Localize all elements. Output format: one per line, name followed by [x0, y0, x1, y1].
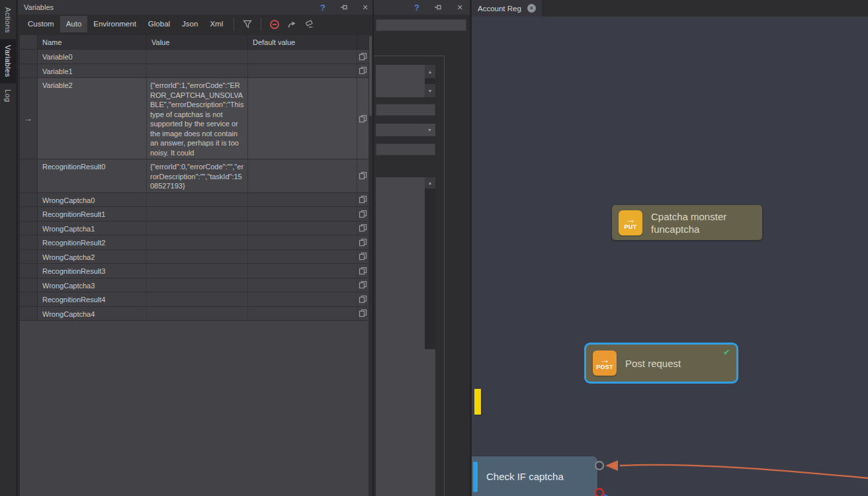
remove-variable-icon[interactable] [267, 17, 282, 32]
tab-xml[interactable]: Xml [204, 16, 229, 32]
variable-value-cell[interactable] [147, 278, 248, 292]
copy-icon[interactable] [357, 235, 369, 249]
variable-value-cell[interactable] [147, 235, 248, 249]
copy-icon[interactable] [357, 264, 369, 278]
variable-value-cell[interactable] [147, 307, 248, 321]
variable-name-cell[interactable]: WrongCaptcha4 [38, 307, 147, 321]
variable-name-cell[interactable]: Variable1 [38, 64, 147, 78]
variable-name-cell[interactable]: RecognitionResult1 [38, 207, 147, 221]
inspector-text-field[interactable] [376, 104, 435, 116]
tab-auto[interactable]: Auto [60, 16, 88, 32]
table-row[interactable]: RecognitionResult3 [20, 264, 369, 278]
variable-name-cell[interactable]: WrongCaptcha1 [38, 222, 147, 235]
copy-icon[interactable] [357, 222, 369, 235]
variable-name-cell[interactable]: WrongCaptcha2 [38, 250, 147, 264]
variable-default-cell[interactable] [248, 159, 357, 192]
table-row[interactable]: Variable1 [20, 64, 369, 79]
help-icon[interactable]: ? [411, 1, 423, 13]
table-row[interactable]: WrongCaptcha4 [20, 307, 369, 321]
variable-name-cell[interactable]: Variable0 [38, 50, 147, 63]
variable-value-cell[interactable]: {"errorId":1,"errorCode":"ERROR_CAPTCHA_… [147, 78, 248, 159]
variable-value-cell[interactable] [147, 50, 248, 63]
yellow-marker[interactable] [474, 389, 481, 415]
spinner-value-field[interactable] [376, 65, 425, 97]
variable-default-cell[interactable] [248, 250, 357, 264]
variable-default-cell[interactable] [248, 292, 357, 306]
copy-icon[interactable] [357, 50, 369, 63]
variable-value-cell[interactable] [147, 250, 248, 264]
filter-icon[interactable] [240, 17, 255, 32]
table-row[interactable]: RecognitionResult0{"errorId":0,"errorCod… [20, 159, 369, 193]
node-post-request[interactable]: → POST Post request ✔ [584, 343, 738, 384]
close-icon[interactable]: ✕ [359, 1, 371, 13]
flowchart-canvas[interactable]: → PUT Cpatcha monster funcaptcha → POST … [472, 17, 868, 496]
table-row[interactable]: WrongCaptcha2 [20, 250, 369, 265]
variable-default-cell[interactable] [248, 207, 357, 221]
variable-name-cell[interactable]: RecognitionResult4 [38, 292, 147, 306]
spinner-up-icon[interactable]: ▲ [425, 65, 435, 78]
variable-default-cell[interactable] [248, 222, 357, 235]
variable-default-cell[interactable] [248, 235, 357, 249]
table-row[interactable]: RecognitionResult1 [20, 207, 369, 222]
tab-json[interactable]: Json [176, 16, 204, 32]
variable-value-cell[interactable] [147, 292, 248, 306]
variable-default-cell[interactable] [248, 278, 357, 292]
sidebar-tab-actions[interactable]: Actions [0, 1, 16, 39]
variable-value-cell[interactable] [147, 264, 248, 278]
table-row[interactable]: Variable0 [20, 50, 369, 64]
copy-icon[interactable] [357, 193, 369, 207]
variable-value-cell[interactable] [147, 193, 248, 207]
variable-default-cell[interactable] [248, 78, 357, 159]
sidebar-tab-log[interactable]: Log [0, 83, 16, 108]
inspector-dropdown[interactable]: ▼ [376, 124, 435, 136]
table-row[interactable]: WrongCaptcha3 [20, 278, 369, 293]
inspector-text-field[interactable] [376, 19, 466, 31]
node-captcha-monster[interactable]: → PUT Cpatcha monster funcaptcha [612, 205, 762, 240]
copy-icon[interactable] [357, 278, 369, 292]
table-row[interactable]: WrongCaptcha1 [20, 222, 369, 236]
close-icon[interactable]: ✕ [454, 1, 466, 13]
variable-value-cell[interactable] [147, 64, 248, 78]
table-row[interactable]: →Variable2{"errorId":1,"errorCode":"ERRO… [20, 78, 369, 159]
variable-value-cell[interactable] [147, 222, 248, 235]
spinner-down-icon[interactable]: ▼ [425, 84, 435, 97]
table-row[interactable]: RecognitionResult4 [20, 292, 369, 307]
pin-icon[interactable] [338, 1, 350, 13]
variable-name-cell[interactable]: RecognitionResult3 [38, 264, 147, 278]
node-check-if-captcha[interactable]: Check IF captcha [472, 456, 597, 496]
tab-close-icon[interactable]: ✕ [527, 4, 536, 13]
header-name[interactable]: Name [38, 35, 147, 49]
variable-value-cell[interactable]: {"errorId":0,"errorCode":"","errorDescri… [147, 159, 248, 192]
tab-global[interactable]: Global [142, 16, 176, 32]
variable-default-cell[interactable] [248, 307, 357, 321]
tab-environment[interactable]: Environment [87, 16, 142, 32]
sidebar-tab-variables[interactable]: Variables [0, 39, 16, 83]
variable-value-cell[interactable] [147, 207, 248, 221]
copy-icon[interactable] [357, 292, 369, 306]
copy-icon[interactable] [357, 207, 369, 221]
header-default-value[interactable]: Default value [248, 35, 357, 49]
pin-icon[interactable] [432, 1, 444, 13]
header-value[interactable]: Value [147, 35, 248, 49]
inspector-textarea[interactable]: ▲ [376, 177, 435, 496]
variable-default-cell[interactable] [248, 64, 357, 78]
number-spinner[interactable]: ▲ ▼ [376, 65, 435, 97]
variable-default-cell[interactable] [248, 193, 357, 207]
textarea-scrollbar[interactable]: ▲ [425, 177, 435, 496]
copy-icon[interactable] [357, 250, 369, 264]
variable-default-cell[interactable] [248, 50, 357, 63]
copy-icon[interactable] [357, 64, 369, 78]
copy-icon[interactable] [357, 159, 369, 192]
scroll-up-icon[interactable]: ▲ [425, 177, 435, 188]
variable-name-cell[interactable]: WrongCaptcha0 [38, 193, 147, 207]
copy-icon[interactable] [357, 78, 369, 159]
variable-name-cell[interactable]: RecognitionResult2 [38, 235, 147, 249]
variable-name-cell[interactable]: WrongCaptcha3 [38, 278, 147, 292]
variable-name-cell[interactable]: Variable2 [38, 78, 147, 159]
help-icon[interactable]: ? [317, 1, 329, 13]
redo-arrow-icon[interactable] [284, 17, 299, 32]
variable-default-cell[interactable] [248, 264, 357, 278]
inspector-text-field[interactable] [376, 144, 435, 155]
table-row[interactable]: WrongCaptcha0 [20, 193, 369, 208]
copy-icon[interactable] [357, 307, 369, 321]
